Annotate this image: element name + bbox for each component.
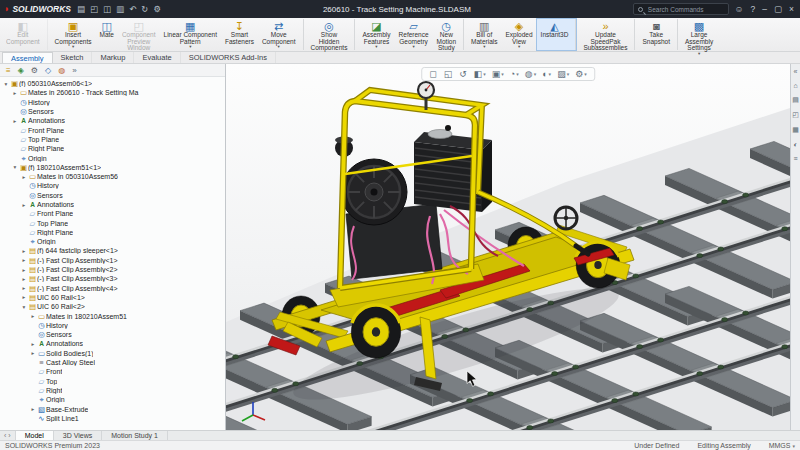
tree-item[interactable]: (-) Fast Clip Assembly<3>: [0, 274, 225, 283]
view-tool[interactable]: ▾: [542, 69, 551, 79]
window-control-icon[interactable]: [751, 4, 756, 14]
panel-tab-icon[interactable]: [45, 66, 51, 75]
view-tool[interactable]: [444, 69, 454, 79]
document-tab[interactable]: 3D Views: [54, 431, 102, 440]
tree-item[interactable]: Mates in 050310Assem56: [0, 172, 225, 181]
tree-expander-icon[interactable]: [11, 90, 19, 96]
tree-expander-icon[interactable]: [11, 118, 19, 124]
ribbon-button[interactable]: Bill of Materials ▾: [467, 19, 501, 50]
tree-item[interactable]: (-) Fast Clip Assembly<2>: [0, 265, 225, 274]
tree-item[interactable]: (-) Fast Clip Assembly<1>: [0, 256, 225, 265]
ribbon-button[interactable]: Take Snapshot: [638, 19, 677, 50]
tree-expander-icon[interactable]: [20, 202, 28, 208]
tree-expander-icon[interactable]: [29, 406, 37, 412]
tree-expander-icon[interactable]: [20, 174, 28, 180]
window-control-icon[interactable]: [774, 4, 782, 14]
ribbon-button[interactable]: Update SpeedPak Subassemblies: [579, 19, 635, 50]
tree-item[interactable]: (-) Fast Clip Assembly<4>: [0, 284, 225, 293]
tab-scroll-left-icon[interactable]: ‹: [4, 432, 6, 439]
tree-item[interactable]: Top Plane: [0, 135, 225, 144]
command-tab[interactable]: Evaluate: [134, 52, 180, 63]
quick-access-icon[interactable]: [153, 4, 161, 14]
command-tab[interactable]: Assembly: [2, 52, 53, 63]
tree-item[interactable]: History: [0, 98, 225, 107]
tree-item[interactable]: Mates in 260610 - Track Setting Ma: [0, 88, 225, 97]
tab-scroll-right-icon[interactable]: ›: [8, 432, 10, 439]
tree-expander-icon[interactable]: [20, 248, 28, 254]
tree-expander-icon[interactable]: [11, 164, 19, 170]
tree-item[interactable]: Cast Alloy Steel: [0, 358, 225, 367]
panel-tab-icon[interactable]: [31, 66, 38, 75]
ribbon-button[interactable]: Linear Component Pattern ▾: [160, 19, 221, 50]
tree-item[interactable]: Right: [0, 386, 225, 395]
tree-item[interactable]: Top: [0, 377, 225, 386]
ribbon-button[interactable]: Move Component ▾: [258, 19, 304, 50]
tree-expander-icon[interactable]: [20, 267, 28, 273]
task-pane-icon[interactable]: [793, 141, 797, 148]
tab-scroll-arrows[interactable]: ‹ ›: [0, 431, 16, 440]
view-tool[interactable]: ▾: [492, 69, 504, 79]
task-pane-icon[interactable]: [792, 126, 799, 134]
view-tool[interactable]: ▾: [525, 69, 536, 79]
quick-access-icon[interactable]: [103, 4, 111, 14]
tree-expander-icon[interactable]: [29, 350, 37, 356]
window-control-icon[interactable]: [789, 4, 794, 14]
task-pane-icon[interactable]: [793, 82, 797, 89]
view-tool[interactable]: ▾: [510, 69, 519, 79]
command-tab[interactable]: SOLIDWORKS Add-Ins: [181, 52, 276, 63]
tree-item[interactable]: Right Plane: [0, 144, 225, 153]
tree-item[interactable]: Mates in 180210Assem51: [0, 311, 225, 320]
panel-tab-icon[interactable]: [18, 66, 24, 75]
ribbon-button[interactable]: Large Assembly Settings ▾: [681, 19, 717, 50]
ribbon-button[interactable]: Assembly Features ▾: [358, 19, 394, 50]
command-search[interactable]: [633, 3, 729, 15]
tree-item[interactable]: Sensors: [0, 191, 225, 200]
tree-item[interactable]: UIC 60 Rail<2>: [0, 302, 225, 311]
tree-expander-icon[interactable]: [20, 257, 28, 263]
tree-item[interactable]: Base-Extrude: [0, 404, 225, 413]
tree-item[interactable]: Top Plane: [0, 218, 225, 227]
tree-item[interactable]: Sensors: [0, 107, 225, 116]
tree-expander-icon[interactable]: [29, 341, 37, 347]
tree-item[interactable]: Annotations: [0, 116, 225, 125]
tree-expander-icon[interactable]: [20, 276, 28, 282]
panel-tab-icon[interactable]: [6, 66, 11, 75]
command-tab[interactable]: Markup: [92, 52, 134, 63]
tree-item[interactable]: Sensors: [0, 330, 225, 339]
ribbon-button[interactable]: Exploded View ▾: [501, 19, 536, 50]
view-tool[interactable]: ▾: [474, 69, 486, 79]
view-tool[interactable]: ▾: [557, 69, 569, 79]
ribbon-button[interactable]: Edit Component: [2, 19, 48, 50]
task-pane-icon[interactable]: [792, 111, 799, 119]
ribbon-button[interactable]: Reference Geometry ▾: [395, 19, 433, 50]
view-tool[interactable]: [429, 69, 437, 79]
task-pane-icon[interactable]: [792, 96, 799, 104]
tree-item[interactable]: Annotations: [0, 339, 225, 348]
document-tab[interactable]: Model: [16, 431, 54, 440]
window-control-icon[interactable]: [762, 4, 767, 14]
tree-item[interactable]: Origin: [0, 395, 225, 404]
search-input[interactable]: [646, 5, 724, 14]
tree-expander-icon[interactable]: [20, 285, 28, 291]
tree-item[interactable]: Right Plane: [0, 228, 225, 237]
window-control-icon[interactable]: [735, 4, 744, 14]
ribbon-button[interactable]: New Motion Study: [433, 19, 465, 50]
tree-item[interactable]: (f) 644 fastclip sleeper<1>: [0, 246, 225, 255]
tree-item[interactable]: Front Plane: [0, 209, 225, 218]
status-item[interactable]: Under Defined: [634, 442, 681, 449]
tree-item[interactable]: Annotations: [0, 200, 225, 209]
ribbon-button[interactable]: Insert Components ▾: [51, 19, 96, 50]
graphics-viewport[interactable]: ▾ ▾ ▾ ▾: [226, 64, 790, 430]
ribbon-button[interactable]: Show Hidden Components: [307, 19, 356, 50]
tree-expander-icon[interactable]: [2, 81, 10, 87]
tree-item[interactable]: Front: [0, 367, 225, 376]
tree-expander-icon[interactable]: [20, 304, 28, 310]
task-pane-icon[interactable]: [793, 155, 797, 162]
quick-access-icon[interactable]: [141, 4, 148, 14]
view-tool[interactable]: ▾: [575, 69, 587, 79]
command-tab[interactable]: Sketch: [53, 52, 93, 63]
tree-expander-icon[interactable]: [29, 313, 37, 319]
quick-access-icon[interactable]: [116, 4, 124, 14]
ribbon-button[interactable]: Smart Fasteners: [221, 19, 258, 50]
tree-item[interactable]: Origin: [0, 153, 225, 162]
